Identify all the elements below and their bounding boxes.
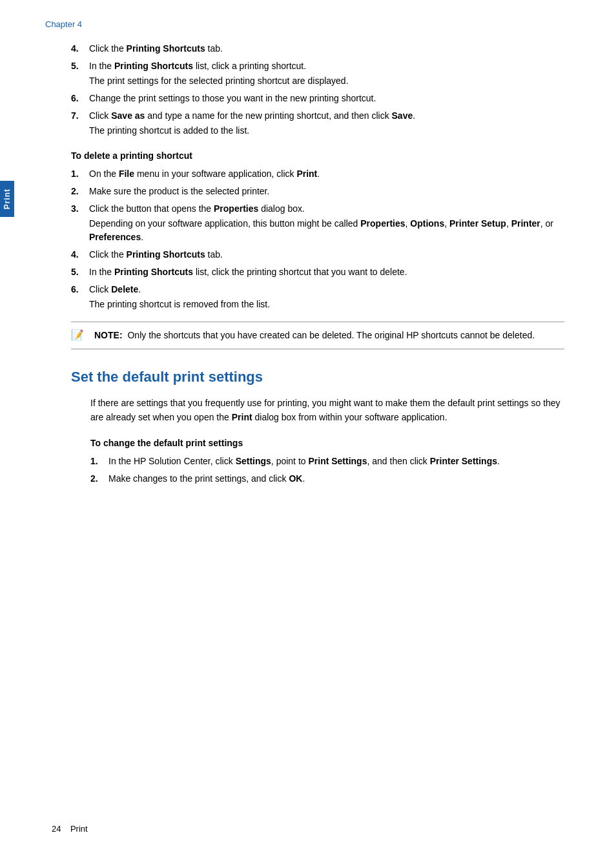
list-item: 6. Click Delete.The printing shortcut is… <box>71 283 564 311</box>
step-content: Make changes to the print settings, and … <box>108 472 564 486</box>
note-text: NOTE: Only the shortcuts that you have c… <box>94 329 535 342</box>
step-num: 6. <box>71 92 89 105</box>
side-tab: Print <box>0 181 14 217</box>
step-content: Click the Printing Shortcuts tab. <box>89 42 564 56</box>
step-num: 1. <box>71 167 89 181</box>
list-item: 6. Change the print settings to those yo… <box>71 92 564 105</box>
step-content: Click Save as and type a name for the ne… <box>89 109 564 138</box>
page-footer: 24 Print <box>52 824 88 834</box>
step-content: On the File menu in your software applic… <box>89 167 564 181</box>
step-num: 5. <box>71 59 89 88</box>
delete-shortcut-heading: To delete a printing shortcut <box>71 150 564 161</box>
list-item: 4. Click the Printing Shortcuts tab. <box>71 248 564 262</box>
section-title: Set the default print settings <box>71 369 564 385</box>
section-body-text: If there are settings that you frequentl… <box>90 396 564 425</box>
step-content: Click the Printing Shortcuts tab. <box>89 248 564 262</box>
step-num: 3. <box>71 202 89 244</box>
step-num: 4. <box>71 42 89 56</box>
step-num: 5. <box>71 265 89 279</box>
note-label: NOTE: <box>94 330 123 340</box>
step-num: 2. <box>90 472 108 486</box>
delete-steps-list: 1. On the File menu in your software app… <box>71 167 564 311</box>
page-container: Chapter 4 Print 4. Click the Printing Sh… <box>0 0 616 853</box>
list-item: 1. In the HP Solution Center, click Sett… <box>90 455 564 468</box>
step-content: Click the button that opens the Properti… <box>89 202 564 244</box>
step-num: 6. <box>71 283 89 311</box>
change-default-steps: 1. In the HP Solution Center, click Sett… <box>90 455 564 486</box>
steps-list-top: 4. Click the Printing Shortcuts tab. 5. … <box>71 42 564 138</box>
step-num: 7. <box>71 109 89 138</box>
step-content: Change the print settings to those you w… <box>89 92 564 105</box>
list-item: 2. Make sure the product is the selected… <box>71 185 564 198</box>
footer-label: Print <box>70 824 88 834</box>
list-item: 5. In the Printing Shortcuts list, click… <box>71 265 564 279</box>
step-content: In the HP Solution Center, click Setting… <box>108 455 564 468</box>
note-icon: 📝 <box>71 329 89 341</box>
list-item: 3. Click the button that opens the Prope… <box>71 202 564 244</box>
list-item: 5. In the Printing Shortcuts list, click… <box>71 59 564 88</box>
step-num: 1. <box>90 455 108 468</box>
side-tab-label: Print <box>3 189 12 209</box>
step-num: 2. <box>71 185 89 198</box>
chapter-label: Chapter 4 <box>45 19 564 29</box>
note-box: 📝 NOTE: Only the shortcuts that you have… <box>71 322 564 349</box>
change-default-heading: To change the default print settings <box>90 438 564 448</box>
list-item: 2. Make changes to the print settings, a… <box>90 472 564 486</box>
list-item: 1. On the File menu in your software app… <box>71 167 564 181</box>
step-content: Click Delete.The printing shortcut is re… <box>89 283 564 311</box>
step-content: Make sure the product is the selected pr… <box>89 185 564 198</box>
footer-page-num: 24 <box>52 824 61 834</box>
main-content: 4. Click the Printing Shortcuts tab. 5. … <box>71 42 564 486</box>
section-body: If there are settings that you frequentl… <box>90 396 564 486</box>
list-item: 4. Click the Printing Shortcuts tab. <box>71 42 564 56</box>
list-item: 7. Click Save as and type a name for the… <box>71 109 564 138</box>
step-content: In the Printing Shortcuts list, click th… <box>89 265 564 279</box>
step-content: In the Printing Shortcuts list, click a … <box>89 59 564 88</box>
step-num: 4. <box>71 248 89 262</box>
